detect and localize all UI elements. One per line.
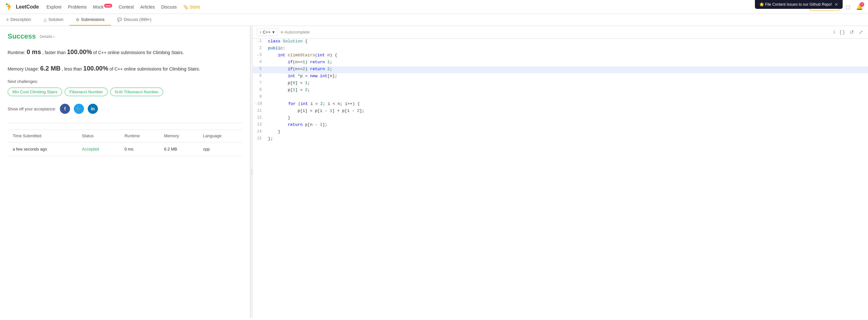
nav-problems[interactable]: Problems [68,4,87,9]
code-line-3: ▾ 3 int climbStairs(int n) { [253,52,868,60]
memory-value: 6.2 MB [40,65,61,72]
logo[interactable]: LeetCode [5,3,39,11]
code-editor[interactable]: ▾ 1 class Solution { 2 public: ▾ 3 int c… [253,39,868,318]
facebook-share-button[interactable]: f [60,104,70,114]
undo-tool-icon[interactable]: ↺ [848,28,855,36]
details-link[interactable]: Details › [40,34,55,39]
challenge-tribonacci[interactable]: N-th Tribonacci Number [110,87,163,96]
submissions-table: Time Submitted Status Runtime Memory Lan… [8,129,242,156]
col-status: Status [77,130,119,142]
tab-discuss[interactable]: 💬 Discuss (999+) [111,14,158,26]
twitter-share-button[interactable]: 🐦 [74,104,84,114]
expand-tool-icon[interactable]: ⤢ [858,28,864,36]
cell-time: a few seconds ago [8,142,77,156]
cell-runtime: 0 ms [119,142,159,156]
svg-point-0 [6,3,8,5]
runtime-section: Runtime: 0 ms , faster than 100.00% of C… [8,46,242,58]
memory-percent: 100.00% [83,65,108,72]
table-row: a few seconds ago Accepted 0 ms 6.2 MB c… [8,142,242,156]
memory-less: , less than [62,66,83,71]
challenge-fibonacci[interactable]: Fibonacci Number [65,87,108,96]
nav-mock[interactable]: Mocknew [93,4,113,9]
info-tool-icon[interactable]: i [832,28,836,36]
runtime-suffix: of C++ online submissions for Climbing S… [93,50,184,55]
social-section: Show off your acceptance: f 🐦 in [8,104,242,114]
success-header: Success Details › [8,32,242,40]
tab-solution-label: Solution [49,17,63,22]
challenge-min-cost[interactable]: Min Cost Climbing Stairs [8,87,62,96]
tab-description[interactable]: ≡ Description [0,14,37,26]
runtime-faster: , faster than [42,50,67,55]
table-header: Time Submitted Status Runtime Memory Lan… [8,130,242,142]
code-line-13: 13 return p[n - 1]; [253,122,868,129]
logo-text: LeetCode [16,4,39,10]
cell-memory: 6.2 MB [159,142,198,156]
tab-solution[interactable]: △ Solution [37,14,70,26]
format-tool-icon[interactable]: { } [839,28,846,36]
tab-description-label: Description [10,17,31,22]
nav-explore[interactable]: Explore [46,4,61,9]
panel-resizer[interactable] [250,26,253,318]
chevron-down-icon: ▾ [273,30,275,34]
language-selector[interactable]: i C++ ▾ [257,28,278,36]
info-icon: i [260,30,261,34]
code-line-7: 7 p[0] = 1; [253,80,868,87]
runtime-value: 0 ms [27,48,41,55]
col-memory: Memory [159,130,198,142]
editor-toolbar: i C++ ▾ Autocomplete i { } ↺ ⤢ [253,26,868,39]
github-banner-text: 🌟 File Content Issues to our Github Repo… [760,2,832,7]
mock-badge: new [104,4,113,8]
code-line-4: 4 if(n==1) return 1; [253,60,868,66]
screen-icon[interactable]: ⬚ [843,3,852,11]
code-line-9: 9 [253,94,868,101]
tab-bar: ≡ Description △ Solution ⊙ Submissions 💬… [0,14,868,26]
github-banner: 🌟 File Content Issues to our Github Repo… [755,0,843,9]
memory-label: Memory Usage: [8,66,39,71]
notification-badge: 15 [860,2,864,7]
editor-right-tools: i { } ↺ ⤢ [832,28,864,36]
code-line-10: ▾ 10 for (int i = 2; i < n; i++) { [253,101,868,108]
notification-icon[interactable]: 🔔 15 [856,3,863,10]
challenge-tags: Min Cost Climbing Stairs Fibonacci Numbe… [8,87,242,96]
divider-dot [251,174,252,175]
nav-discuss[interactable]: Discuss [161,4,177,9]
chevron-right-icon: › [53,34,55,39]
notification-wrapper: 🔔 15 [856,3,863,10]
code-line-14: 14 } [253,129,868,136]
github-banner-close[interactable]: ✕ [834,2,838,7]
cell-language: cpp [198,142,242,156]
discuss-icon: 💬 [117,17,122,22]
solution-icon: △ [44,17,46,22]
nav-articles[interactable]: Articles [140,4,155,9]
description-icon: ≡ [6,17,8,22]
col-time-submitted: Time Submitted [8,130,77,142]
submissions-icon: ⊙ [76,17,79,22]
next-challenges-label: Next challenges: [8,79,242,84]
section-divider [8,123,242,123]
autocomplete-dot [281,31,283,34]
nav-store[interactable]: 🏷️ Store [183,4,200,9]
divider-dot [251,171,252,172]
top-nav: LeetCode Explore Problems Mocknew Contes… [0,0,868,14]
code-line-12: 12 } [253,115,868,122]
runtime-label: Runtime: [8,50,25,55]
runtime-percent: 100.00% [67,48,92,55]
code-line-8: 8 p[1] = 2; [253,87,868,94]
code-line-1: ▾ 1 class Solution { [253,39,868,45]
nav-links: Explore Problems Mocknew Contest Article… [46,4,200,9]
divider-dot [251,169,252,170]
code-line-11: 11 p[i] = p[i - 1] + p[i - 2]; [253,108,868,115]
code-line-2: 2 public: [253,45,868,52]
tab-submissions-label: Submissions [81,17,104,22]
linkedin-share-button[interactable]: in [88,104,98,114]
table-body: a few seconds ago Accepted 0 ms 6.2 MB c… [8,142,242,156]
left-panel: Success Details › Runtime: 0 ms , faster… [0,26,250,318]
social-label: Show off your acceptance: [8,107,56,111]
language-label: C++ [262,30,271,34]
col-runtime: Runtime [119,130,159,142]
code-line-15: 15 }; [253,136,868,143]
cell-status: Accepted [77,142,119,156]
nav-contest[interactable]: Contest [119,4,134,9]
code-line-5: 5 if(n==2) return 2; [253,66,868,73]
tab-submissions[interactable]: ⊙ Submissions [70,14,111,26]
